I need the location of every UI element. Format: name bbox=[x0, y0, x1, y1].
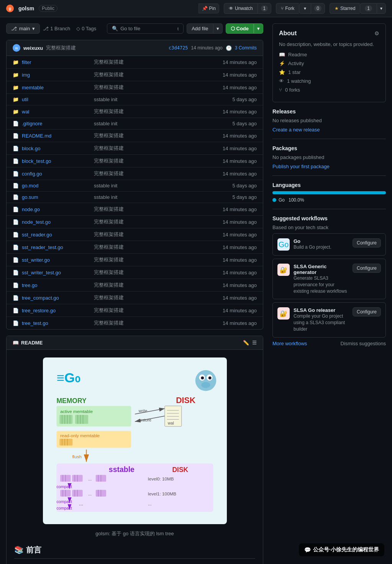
commit-time: 14 minutes ago bbox=[191, 45, 223, 51]
slsa-generic-icon: 🔐 bbox=[277, 264, 290, 276]
readme-edit-icon[interactable]: ✏️ bbox=[243, 340, 249, 346]
publish-package-link[interactable]: Publish your first package bbox=[272, 164, 330, 169]
commit-count[interactable]: 3 Commits bbox=[235, 45, 257, 51]
file-name[interactable]: tree.go bbox=[22, 282, 91, 288]
packages-divider bbox=[272, 175, 386, 176]
about-readme-link[interactable]: 📖 Readme bbox=[279, 52, 379, 57]
file-name[interactable]: img bbox=[22, 72, 91, 78]
readme-menu-icon[interactable]: ☰ bbox=[252, 340, 257, 346]
code-button[interactable]: ⬡ Code bbox=[226, 23, 254, 34]
packages-no-content: No packages published bbox=[272, 154, 386, 160]
file-name[interactable]: node_test.go bbox=[22, 219, 91, 225]
file-name[interactable]: util bbox=[22, 97, 91, 102]
about-activity-link[interactable]: ⚡ Activity bbox=[279, 61, 379, 66]
fork-button[interactable]: ⑂ Fork bbox=[276, 3, 299, 14]
file-name[interactable]: .gitignore bbox=[22, 121, 91, 126]
file-name[interactable]: sst_writer_test.go bbox=[22, 270, 91, 275]
about-stars[interactable]: ⭐ 1 star bbox=[279, 69, 379, 75]
file-icon: 📄 bbox=[13, 194, 19, 200]
file-search-box[interactable]: 🔍 Go to file t bbox=[107, 23, 184, 34]
visibility-badge: Public bbox=[39, 5, 57, 12]
table-row: 📄block.go完整框架搭建14 minutes ago bbox=[7, 142, 263, 155]
top-nav: g golsm Public 📌 Pin 👁 Unwatch 1 ⑂ Fork … bbox=[0, 0, 392, 17]
about-watching[interactable]: 👁 1 watching bbox=[279, 78, 379, 84]
search-keyboard-shortcut: t bbox=[177, 26, 179, 31]
file-name[interactable]: node.go bbox=[22, 207, 91, 212]
file-name[interactable]: tree_compact.go bbox=[22, 295, 91, 301]
unwatch-count-button[interactable]: 1 bbox=[258, 3, 272, 14]
file-name[interactable]: sst_reader.go bbox=[22, 232, 91, 238]
file-name[interactable]: memtable bbox=[22, 85, 91, 90]
fork-dropdown-button[interactable]: ▾ bbox=[299, 3, 311, 14]
watermark: 💬 公众号·小徐先生的编程世界 bbox=[299, 543, 384, 556]
languages-divider bbox=[272, 209, 386, 209]
slsa-generic-configure-button[interactable]: Configure bbox=[353, 264, 381, 273]
add-file-button[interactable]: Add file bbox=[187, 23, 213, 34]
file-commit-message: 完整框架搭建 bbox=[94, 132, 215, 139]
more-workflows-link[interactable]: More workflows bbox=[272, 341, 307, 346]
file-icon: 📄 bbox=[13, 171, 19, 177]
file-name[interactable]: README.md bbox=[22, 133, 91, 139]
file-name[interactable]: sst_writer.go bbox=[22, 257, 91, 263]
file-name[interactable]: block.go bbox=[22, 146, 91, 151]
svg-text:...: ... bbox=[148, 501, 152, 506]
svg-rect-16 bbox=[75, 415, 88, 424]
about-forks[interactable]: ⑂ 0 forks bbox=[279, 87, 379, 93]
slsa-generic-name: SLSA Generic generator bbox=[294, 264, 349, 275]
file-commit-message: 完整框架搭建 bbox=[94, 157, 215, 164]
readme-preface-title: 📚 前言 bbox=[14, 545, 255, 559]
unwatch-button[interactable]: 👁 Unwatch bbox=[224, 3, 258, 14]
file-name[interactable]: go.mod bbox=[22, 183, 91, 189]
repo-title: golsm bbox=[18, 5, 34, 11]
file-name[interactable]: wal bbox=[22, 109, 91, 115]
language-bar bbox=[272, 191, 386, 194]
file-name[interactable]: tree_test.go bbox=[22, 320, 91, 326]
table-row: 📄block_test.go完整框架搭建14 minutes ago bbox=[7, 155, 263, 167]
dismiss-suggestions-link[interactable]: Dismiss suggestions bbox=[341, 341, 386, 346]
file-name[interactable]: block_test.go bbox=[22, 158, 91, 164]
branch-selector[interactable]: ⎇ main ▾ bbox=[6, 23, 40, 34]
file-icon: 📄 bbox=[13, 244, 19, 250]
folder-icon: 📁 bbox=[13, 72, 19, 78]
file-time: 14 minutes ago bbox=[218, 59, 257, 65]
file-time: 14 minutes ago bbox=[218, 232, 257, 238]
file-icon: 📄 bbox=[13, 183, 19, 189]
file-icon: 📄 bbox=[13, 257, 19, 263]
create-release-link[interactable]: Create a new release bbox=[272, 127, 320, 133]
file-time: 14 minutes ago bbox=[218, 282, 257, 288]
table-row: 📄tree_compact.go完整框架搭建14 minutes ago bbox=[7, 292, 263, 304]
svg-text:restore: restore bbox=[138, 418, 151, 422]
file-rows-container: 📁filter完整框架搭建14 minutes ago📁img完整框架搭建14 … bbox=[7, 56, 263, 329]
file-name[interactable]: config.go bbox=[22, 171, 91, 177]
file-name[interactable]: filter bbox=[22, 59, 91, 65]
slsa-go-configure-button[interactable]: Configure bbox=[353, 307, 381, 316]
star-button-group: ★ Starred 1 ▾ bbox=[330, 3, 386, 14]
table-row: 📄go.sumsstable init5 days ago bbox=[7, 192, 263, 203]
star-button[interactable]: ★ Starred bbox=[330, 3, 360, 14]
table-row: 📄tree.go完整框架搭建14 minutes ago bbox=[7, 279, 263, 292]
book-icon: 📖 bbox=[279, 52, 285, 57]
commit-message: 完整框架搭建 bbox=[46, 44, 76, 51]
code-dropdown-button[interactable]: ▾ bbox=[254, 23, 263, 34]
file-name[interactable]: sst_reader_test.go bbox=[22, 244, 91, 250]
go-configure-button[interactable]: Configure bbox=[353, 238, 381, 248]
file-icon: 📄 bbox=[13, 320, 19, 326]
add-file-dropdown-button[interactable]: ▾ bbox=[213, 23, 223, 34]
file-name[interactable]: go.sum bbox=[22, 194, 91, 200]
readme-header: 📖 README ✏️ ☰ bbox=[7, 336, 263, 350]
file-name[interactable]: tree_restore.go bbox=[22, 308, 91, 313]
pin-button[interactable]: 📌 Pin bbox=[198, 3, 219, 13]
go-workflow-info: Go Build a Go project. bbox=[294, 238, 349, 251]
star-dropdown-button[interactable]: ▾ bbox=[377, 3, 386, 14]
commit-hash[interactable]: c3d4725 bbox=[169, 45, 188, 51]
star-count-button[interactable]: 1 bbox=[360, 3, 377, 14]
unwatch-count: 1 bbox=[261, 5, 268, 11]
about-gear-icon[interactable]: ⚙ bbox=[374, 30, 379, 36]
file-icon: 📄 bbox=[13, 219, 19, 225]
go-language-item: Go 100.0% bbox=[272, 197, 386, 203]
file-commit-message: 完整框架搭建 bbox=[94, 108, 215, 115]
file-commit-message: sstable init bbox=[94, 121, 215, 126]
fork-count-button[interactable]: 0 bbox=[311, 3, 325, 14]
file-commit-message: 完整框架搭建 bbox=[94, 170, 215, 177]
file-commit-message: sstable init bbox=[94, 183, 215, 189]
